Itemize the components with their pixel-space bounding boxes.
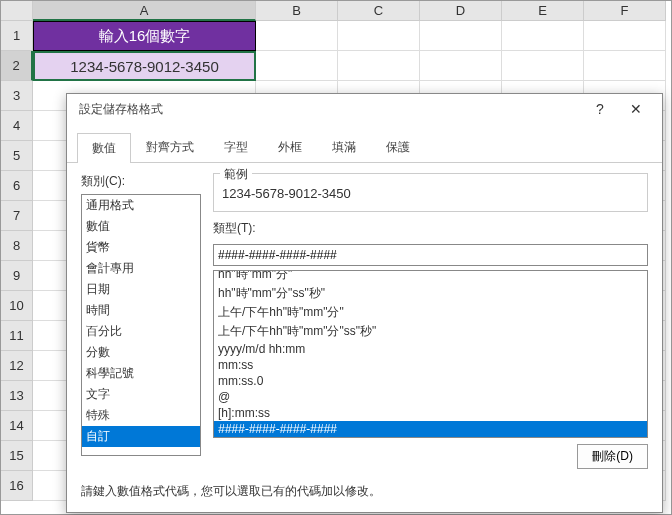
- type-option[interactable]: mm:ss: [214, 357, 647, 373]
- category-item[interactable]: 時間: [82, 300, 200, 321]
- type-input[interactable]: [213, 244, 648, 266]
- tab-alignment[interactable]: 對齊方式: [131, 132, 209, 162]
- cell-b2[interactable]: [256, 51, 338, 81]
- cell-e2[interactable]: [502, 51, 584, 81]
- cell-f1[interactable]: [584, 21, 666, 51]
- delete-button[interactable]: 刪除(D): [577, 444, 648, 469]
- cell-f2[interactable]: [584, 51, 666, 81]
- col-header-c[interactable]: C: [338, 1, 420, 21]
- type-option[interactable]: mm:ss.0: [214, 373, 647, 389]
- col-header-e[interactable]: E: [502, 1, 584, 21]
- tab-protection[interactable]: 保護: [371, 132, 425, 162]
- category-item-custom[interactable]: 自訂: [82, 426, 200, 447]
- dialog-tabs: 數值 對齊方式 字型 外框 填滿 保護: [67, 124, 662, 163]
- row-header-10[interactable]: 10: [1, 291, 33, 321]
- row-header-3[interactable]: 3: [1, 81, 33, 111]
- row-header-4[interactable]: 4: [1, 111, 33, 141]
- category-item[interactable]: 百分比: [82, 321, 200, 342]
- row-header-9[interactable]: 9: [1, 261, 33, 291]
- row-header-2[interactable]: 2: [1, 51, 33, 81]
- cell-a2[interactable]: 1234-5678-9012-3450: [33, 51, 256, 81]
- col-header-d[interactable]: D: [420, 1, 502, 21]
- category-label: 類別(C):: [81, 173, 201, 190]
- row-header-1[interactable]: 1: [1, 21, 33, 51]
- type-option[interactable]: @: [214, 389, 647, 405]
- cell-a1[interactable]: 輸入16個數字: [33, 21, 256, 51]
- row-header-11[interactable]: 11: [1, 321, 33, 351]
- format-cells-dialog: 設定儲存格格式 ? ✕ 數值 對齊方式 字型 外框 填滿 保護 類別(C): 通…: [66, 93, 663, 513]
- hint-text: 請鍵入數值格式代碼，您可以選取已有的代碼加以修改。: [67, 479, 662, 500]
- cell-c2[interactable]: [338, 51, 420, 81]
- category-item[interactable]: 科學記號: [82, 363, 200, 384]
- tab-font[interactable]: 字型: [209, 132, 263, 162]
- type-option[interactable]: hh"時"mm"分"ss"秒": [214, 284, 647, 303]
- cell-c1[interactable]: [338, 21, 420, 51]
- type-option[interactable]: 上午/下午hh"時"mm"分": [214, 303, 647, 322]
- category-item[interactable]: 文字: [82, 384, 200, 405]
- category-item[interactable]: 日期: [82, 279, 200, 300]
- type-option[interactable]: yyyy/m/d hh:mm: [214, 341, 647, 357]
- col-header-a[interactable]: A: [33, 1, 256, 21]
- cell-b1[interactable]: [256, 21, 338, 51]
- cell-e1[interactable]: [502, 21, 584, 51]
- row-header-5[interactable]: 5: [1, 141, 33, 171]
- type-option[interactable]: hh"時"mm"分": [214, 270, 647, 284]
- category-item[interactable]: 通用格式: [82, 195, 200, 216]
- row-header-7[interactable]: 7: [1, 201, 33, 231]
- row-header-16[interactable]: 16: [1, 471, 33, 501]
- row-header-8[interactable]: 8: [1, 231, 33, 261]
- tab-number[interactable]: 數值: [77, 133, 131, 163]
- tab-fill[interactable]: 填滿: [317, 132, 371, 162]
- select-all-corner[interactable]: [1, 1, 33, 21]
- category-item[interactable]: 數值: [82, 216, 200, 237]
- close-button[interactable]: ✕: [618, 96, 654, 122]
- type-label: 類型(T):: [213, 220, 648, 237]
- type-option-selected[interactable]: ####-####-####-####: [214, 421, 647, 437]
- col-header-b[interactable]: B: [256, 1, 338, 21]
- dialog-titlebar[interactable]: 設定儲存格格式 ? ✕: [67, 94, 662, 124]
- type-list[interactable]: hh:mm:ss hh"時"mm"分" hh"時"mm"分"ss"秒" 上午/下…: [213, 270, 648, 438]
- row-header-14[interactable]: 14: [1, 411, 33, 441]
- sample-value: 1234-5678-9012-3450: [222, 186, 639, 201]
- row-header-12[interactable]: 12: [1, 351, 33, 381]
- type-option[interactable]: [h]:mm:ss: [214, 405, 647, 421]
- category-list[interactable]: 通用格式 數值 貨幣 會計專用 日期 時間 百分比 分數 科學記號 文字 特殊 …: [81, 194, 201, 456]
- row-header-6[interactable]: 6: [1, 171, 33, 201]
- category-item[interactable]: 分數: [82, 342, 200, 363]
- category-item[interactable]: 會計專用: [82, 258, 200, 279]
- dialog-title: 設定儲存格格式: [79, 101, 582, 118]
- category-item[interactable]: 貨幣: [82, 237, 200, 258]
- row-header-13[interactable]: 13: [1, 381, 33, 411]
- tab-border[interactable]: 外框: [263, 132, 317, 162]
- col-header-f[interactable]: F: [584, 1, 666, 21]
- category-item[interactable]: 特殊: [82, 405, 200, 426]
- type-option[interactable]: 上午/下午hh"時"mm"分"ss"秒": [214, 322, 647, 341]
- row-header-15[interactable]: 15: [1, 441, 33, 471]
- column-headers: A B C D E F: [1, 1, 671, 21]
- cell-d2[interactable]: [420, 51, 502, 81]
- cell-d1[interactable]: [420, 21, 502, 51]
- sample-label: 範例: [220, 166, 252, 183]
- help-button[interactable]: ?: [582, 96, 618, 122]
- sample-box: 範例 1234-5678-9012-3450: [213, 173, 648, 212]
